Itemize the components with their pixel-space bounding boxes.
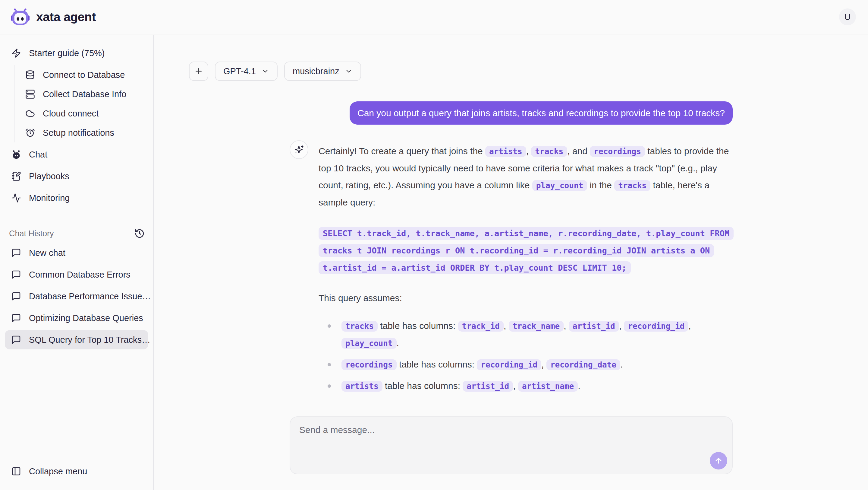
new-chat-button[interactable] (189, 62, 208, 81)
chat-main: GPT-4.1 musicbrainz Can you output a que… (154, 35, 868, 490)
inline-code-chip: artists (341, 381, 382, 392)
assistant-intro-paragraph: Certainly! To create a query that joins … (318, 143, 733, 211)
sidebar-item-label: Setup notifications (43, 128, 114, 138)
message-list: Can you output a query that joins artist… (290, 35, 733, 399)
inline-code-chip: recording_id (624, 321, 688, 332)
sidebar-item-label: Common Database Errors (29, 270, 130, 280)
list-item-text: tracks table has columns: track_id, trac… (341, 321, 691, 348)
list-item-text: recordings table has columns: recording_… (341, 359, 623, 369)
inline-code-chip: track_id (458, 321, 504, 332)
cloud-icon (25, 109, 35, 118)
message-square-icon (11, 291, 21, 301)
inline-code-chip: artist_id (463, 381, 513, 392)
user-message-bubble: Can you output a query that joins artist… (350, 102, 733, 125)
inline-code-chip: artists (485, 146, 526, 157)
message-square-icon (11, 313, 21, 323)
alarm-clock-icon (25, 128, 35, 138)
message-square-icon (11, 248, 21, 258)
bullet-dot (328, 324, 331, 328)
assistant-avatar (290, 140, 308, 159)
zap-icon (11, 48, 21, 58)
inline-code-chip: artist_name (518, 381, 578, 392)
sidebar-item-chat[interactable]: Chat (5, 145, 148, 164)
sidebar: Starter guide (75%) Connect to Database … (0, 35, 154, 490)
sql-query-block: SELECT t.track_id, t.track_name, a.artis… (318, 225, 733, 277)
inline-code-chip: tracks (614, 180, 650, 191)
sidebar-item-label: Monitoring (29, 193, 70, 203)
sidebar-item-new-chat[interactable]: New chat (5, 243, 148, 262)
app-logo[interactable]: xata agent (11, 8, 96, 26)
sidebar-item-starter-guide[interactable]: Starter guide (75%) (5, 44, 148, 63)
chevron-down-icon (261, 67, 269, 75)
arrow-up-icon (714, 457, 723, 465)
app-header: xata agent U (0, 0, 868, 34)
sidebar-item-label: Connect to Database (43, 70, 125, 80)
send-button[interactable] (710, 452, 727, 469)
inline-code-chip: recording_date (547, 359, 620, 370)
message-input[interactable] (290, 417, 732, 474)
sidebar-item-label: Collect Database Info (43, 89, 126, 99)
sidebar-item-label: Chat (29, 150, 47, 160)
database-icon (25, 70, 35, 80)
sidebar-item-label: New chat (29, 248, 65, 258)
inline-code-chip: tracks (341, 321, 378, 332)
sidebar-item-setup-notifications[interactable]: Setup notifications (14, 123, 148, 142)
sidebar-item-collect-database-info[interactable]: Collect Database Info (14, 85, 148, 104)
message-composer (290, 416, 733, 474)
plus-icon (194, 67, 203, 76)
server-icon (25, 89, 35, 99)
sidebar-item-label: Collapse menu (29, 466, 87, 477)
chat-toolbar: GPT-4.1 musicbrainz (189, 62, 361, 81)
sidebar-item-optimizing-database-queries[interactable]: Optimizing Database Queries (5, 308, 148, 328)
sidebar-item-database-performance-issue[interactable]: Database Performance Issue… (5, 287, 148, 306)
message-square-icon (11, 270, 21, 279)
sidebar-item-label: Database Performance Issue… (29, 291, 151, 301)
bullet-dot (328, 384, 331, 388)
sidebar-item-playbooks[interactable]: Playbooks (5, 167, 148, 186)
sidebar-item-common-database-errors[interactable]: Common Database Errors (5, 265, 148, 284)
chat-history-title: Chat History (9, 229, 54, 238)
sidebar-footer: Collapse menu (5, 462, 148, 481)
sidebar-item-label: Optimizing Database Queries (29, 313, 143, 323)
sidebar-item-cloud-connect[interactable]: Cloud connect (14, 104, 148, 123)
inline-code-chip: tracks (531, 146, 567, 157)
inline-code-chip: play_count (532, 180, 587, 191)
database-selector-value: musicbrainz (293, 66, 339, 76)
user-message-row: Can you output a query that joins artist… (290, 102, 733, 125)
model-selector-value: GPT-4.1 (223, 66, 256, 76)
history-icon[interactable] (134, 228, 145, 239)
xata-robot-icon (11, 8, 30, 26)
inline-code-chip: artist_id (569, 321, 619, 332)
sidebar-item-connect-to-database[interactable]: Connect to Database (14, 65, 148, 85)
sidebar-item-sql-query-top-10-tracks[interactable]: SQL Query for Top 10 Tracks… (5, 330, 148, 349)
message-square-icon (11, 335, 21, 345)
list-item: recordings table has columns: recording_… (318, 356, 733, 373)
inline-code-chip: recording_id (477, 359, 541, 370)
model-selector[interactable]: GPT-4.1 (215, 62, 278, 81)
activity-icon (11, 193, 21, 203)
sidebar-item-label: Playbooks (29, 171, 69, 181)
sidebar-item-label: SQL Query for Top 10 Tracks… (29, 335, 150, 345)
inline-code-chip: recordings (341, 359, 397, 370)
inline-code-chip: recordings (590, 146, 645, 157)
list-item: tracks table has columns: track_id, trac… (318, 317, 733, 352)
sidebar-item-label: Starter guide (75%) (29, 48, 104, 58)
assumptions-list: tracks table has columns: track_id, trac… (318, 317, 733, 395)
inline-code-chip: play_count (341, 338, 397, 349)
sidebar-item-monitoring[interactable]: Monitoring (5, 188, 148, 208)
chat-history-header: Chat History (5, 228, 148, 239)
database-selector[interactable]: musicbrainz (284, 62, 361, 81)
list-item-text: artists table has columns: artist_id, ar… (341, 381, 580, 391)
app-title: xata agent (36, 10, 96, 24)
bullet-dot (328, 363, 331, 366)
robot-icon (11, 150, 21, 159)
sql-query-code: SELECT t.track_id, t.track_name, a.artis… (318, 227, 734, 274)
user-avatar[interactable]: U (839, 8, 856, 25)
collapse-menu-button[interactable]: Collapse menu (5, 462, 148, 481)
assistant-message-row: Certainly! To create a query that joins … (290, 140, 733, 399)
assumes-paragraph: This query assumes: (318, 290, 733, 307)
notebook-pen-icon (11, 171, 21, 181)
sidebar-item-label: Cloud connect (43, 109, 98, 119)
inline-code-chip: track_name (509, 321, 564, 332)
assistant-message-content: Certainly! To create a query that joins … (318, 140, 733, 399)
